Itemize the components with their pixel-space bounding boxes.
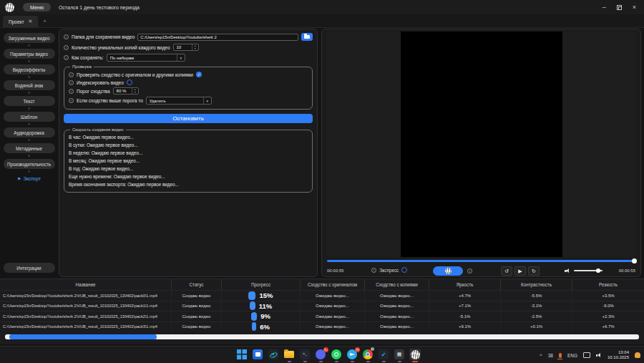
volume-handle[interactable] — [596, 268, 600, 273]
stepper-arrows[interactable]: ▴ ▾ — [192, 44, 198, 50]
menu-button[interactable]: Меню — [23, 3, 51, 11]
seek-bar[interactable] — [327, 260, 635, 262]
taskbar-discord[interactable]: 9+ — [315, 349, 326, 360]
sidebar-item-integrations[interactable]: Интеграции — [4, 263, 55, 273]
seek-handle[interactable] — [632, 258, 637, 263]
sidebar-item-text[interactable]: Текст — [4, 96, 55, 106]
whatsapp-icon — [331, 349, 341, 359]
microphone-icon[interactable] — [559, 353, 562, 358]
export-finish-time: Время окончания экспорта: Ожидаю первое … — [69, 180, 308, 188]
info-icon: i — [69, 72, 74, 77]
threshold-action-value: Удалить — [147, 99, 166, 103]
sidebar-item-export[interactable]: ⚑ Экспорт — [17, 176, 41, 181]
volume-icon[interactable] — [565, 268, 570, 274]
table-header: Название Статус Прогресс Сходство с ориг… — [0, 279, 644, 290]
tray-expand-chevron[interactable]: ^ — [540, 353, 542, 358]
chevron-down-icon: ∨ — [28, 106, 31, 111]
header-brightness: Яркость — [429, 279, 501, 290]
taskbar-chrome[interactable] — [362, 349, 374, 360]
maximize-button[interactable] — [617, 5, 622, 10]
check-similarity-label: Проверять сходство с оригиналом и другим… — [77, 72, 193, 77]
cell-status: Создаю видео — [172, 311, 222, 321]
sidebar-item-video-effects[interactable]: Видеоэффекты — [4, 64, 55, 74]
close-button[interactable]: × — [633, 0, 636, 14]
express-label: Экспресс — [379, 268, 399, 273]
taskbar-whatsapp[interactable] — [331, 349, 342, 360]
browse-folder-button[interactable] — [301, 33, 313, 41]
brand-button[interactable] — [433, 266, 463, 276]
app-window: Меню Остался 1 день тестового периода – … — [0, 0, 644, 363]
volume-slider[interactable] — [574, 270, 602, 271]
index-video-checkbox[interactable] — [127, 79, 132, 85]
play-button[interactable]: ▶ — [514, 266, 526, 276]
taskbar-telegram[interactable]: 79 — [346, 349, 358, 360]
copies-stepper[interactable]: 10 ▴ ▾ — [173, 44, 199, 51]
start-button[interactable] — [236, 349, 248, 360]
taskbar-todo[interactable]: ✓ — [378, 349, 389, 360]
cell-progress: 11% — [222, 301, 301, 311]
info-icon: i — [69, 80, 74, 85]
taskbar-active-app[interactable] — [409, 349, 421, 360]
display-icon[interactable] — [583, 352, 590, 358]
sidebar-item-performance[interactable]: Производительность — [4, 159, 55, 169]
folder-path-input[interactable] — [137, 34, 298, 41]
progress-pill — [252, 322, 256, 331]
express-toggle[interactable] — [401, 267, 407, 273]
threshold-action-select[interactable]: Удалить ▾ — [146, 97, 212, 105]
folder-label: Папка для сохранения видео — [72, 34, 135, 39]
player-controls: 00:00:55 i Экспресс i ↺ ▶ ↻ 00:00:55 — [327, 265, 635, 277]
progress-percent: 6% — [260, 323, 270, 331]
stepper-arrows[interactable]: ▴ ▾ — [132, 88, 138, 94]
threshold-stepper[interactable]: 80 % ▴ ▾ — [113, 87, 139, 95]
taskbar-media-app[interactable]: ▦ — [394, 349, 405, 360]
tray-number[interactable]: 38 — [548, 353, 553, 358]
cell-sharpness: -9.0% — [572, 301, 644, 311]
rewind-button[interactable]: ↺ — [501, 266, 512, 276]
windows-logo-icon — [237, 349, 247, 359]
save-mode-select[interactable]: По наборам ▾ — [107, 54, 185, 62]
taskbar-store[interactable] — [252, 349, 263, 360]
header-contrast: Контрастность — [501, 279, 572, 290]
minimize-button[interactable]: – — [602, 0, 606, 14]
notification-bell-icon[interactable] — [635, 352, 640, 358]
sidebar-item-template[interactable]: Шаблон — [4, 112, 55, 122]
chrome-icon — [363, 349, 373, 359]
table-row[interactable]: C:/Users/ep15n/Desktop/Youtube/sherk 2\V… — [0, 321, 644, 332]
scrollbar-thumb[interactable] — [9, 334, 157, 339]
progress-pill — [251, 312, 257, 321]
forward-button[interactable]: ↻ — [528, 266, 540, 276]
table-row[interactable]: C:/Users/ep15n/Desktop/Youtube/sherk 2\V… — [0, 301, 644, 311]
jobs-table: Название Статус Прогресс Сходство с ориг… — [0, 279, 644, 344]
add-tab-button[interactable]: + — [43, 19, 47, 24]
sidebar-item-metadata[interactable]: Метаданные — [4, 143, 55, 153]
cell-sim-original: Ожидаю видео... — [301, 301, 365, 311]
sidebar: Загруженные видео ∨ Параметры видео ∨ Ви… — [0, 29, 58, 278]
chevron-down-icon: ∨ — [28, 137, 31, 142]
tab-close-icon[interactable]: ✕ — [28, 19, 32, 24]
sidebar-item-video-params[interactable]: Параметры видео — [4, 49, 55, 59]
taskbar-explorer[interactable] — [283, 349, 295, 360]
language-indicator[interactable]: ENG — [567, 353, 577, 358]
chevron-down-icon: ∨ — [28, 153, 31, 158]
check-similarity-checkbox[interactable]: ✓ — [196, 72, 202, 77]
clock[interactable]: 13:04 10.10.2025 — [608, 350, 629, 360]
tab-project-label: Проект — [9, 19, 24, 24]
table-row[interactable]: C:/Users/ep15n/Desktop/Youtube/sherk 2\V… — [0, 290, 644, 301]
info-icon: i — [371, 268, 376, 273]
sidebar-item-uploaded-videos[interactable]: Загруженные видео — [4, 33, 55, 43]
taskbar-dev-app[interactable] — [268, 349, 279, 360]
cell-progress: 6% — [222, 322, 301, 332]
spin-down-icon[interactable]: ▾ — [195, 47, 196, 50]
header-sim-copies: Сходство с копиями — [365, 279, 429, 290]
speaker-icon[interactable] — [596, 352, 602, 358]
spin-down-icon[interactable]: ▾ — [135, 91, 136, 94]
horizontal-scrollbar[interactable] — [5, 334, 639, 339]
table-row[interactable]: C:/Users/ep15n/Desktop/Youtube/sherk 2\V… — [0, 311, 644, 321]
sidebar-item-audiotrack[interactable]: Аудиодорожка — [4, 127, 55, 137]
tab-project[interactable]: Проект ✕ — [3, 16, 38, 27]
stop-button[interactable]: Остановить — [64, 114, 313, 123]
sidebar-item-watermark[interactable]: Водяной знак — [4, 80, 55, 90]
chevron-down-icon: ∨ — [28, 90, 31, 95]
cell-progress: 15% — [222, 291, 301, 301]
taskbar-terminal[interactable]: >_ — [299, 349, 311, 360]
